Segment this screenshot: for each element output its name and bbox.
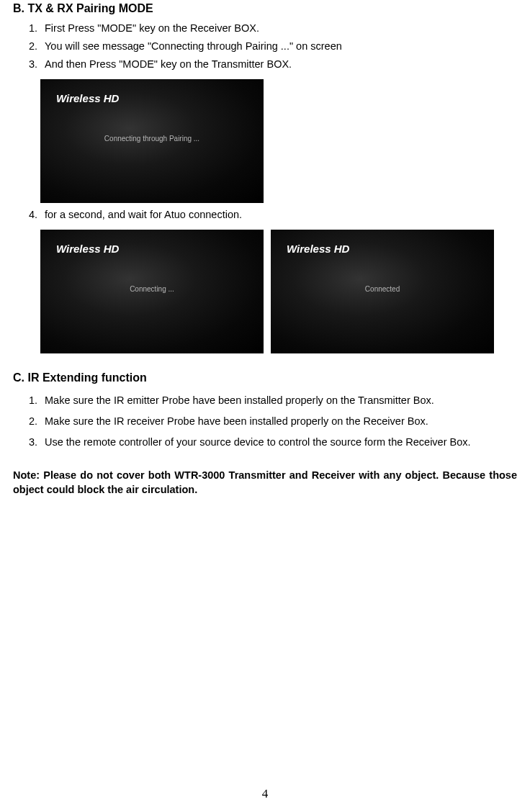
screen-brand: Wireless HD (287, 241, 349, 257)
screen-message: Connecting through Pairing ... (104, 134, 199, 145)
list-item: First Press "MODE" key on the Receiver B… (40, 21, 517, 36)
list-item: You will see message "Connecting through… (40, 39, 517, 54)
screen-message: Connected (365, 284, 400, 295)
device-screen-connected: Wireless HD Connected (271, 230, 494, 353)
device-screen-connecting: Wireless HD Connecting ... (40, 230, 264, 353)
screen-message: Connecting ... (130, 284, 174, 295)
list-item: Make sure the IR receiver Probe have bee… (40, 414, 517, 429)
screen-brand: Wireless HD (56, 241, 119, 257)
screenshot-row-1: Wireless HD Connecting through Pairing .… (40, 75, 517, 206)
section-b-heading: B. TX & RX Pairing MODE (13, 0, 517, 17)
list-item: for a second, and wait for Atuo connecti… (40, 207, 517, 222)
list-item: Use the remote controller of your source… (40, 435, 517, 450)
screen-brand: Wireless HD (56, 91, 119, 107)
screenshot-row-2: Wireless HD Connecting ... Wireless HD C… (40, 225, 517, 356)
section-c-heading: C. IR Extending function (13, 369, 517, 386)
section-c-list: Make sure the IR emitter Probe have been… (13, 393, 517, 450)
section-b-list-part1: First Press "MODE" key on the Receiver B… (13, 21, 517, 72)
list-item: And then Press "MODE" key on the Transmi… (40, 57, 517, 72)
section-b-list-part2: for a second, and wait for Atuo connecti… (13, 207, 517, 222)
note-text: Note: Please do not cover both WTR-3000 … (13, 469, 517, 497)
list-item: Make sure the IR emitter Probe have been… (40, 393, 517, 408)
device-screen-pairing: Wireless HD Connecting through Pairing .… (40, 79, 264, 203)
page-number: 4 (0, 785, 530, 803)
